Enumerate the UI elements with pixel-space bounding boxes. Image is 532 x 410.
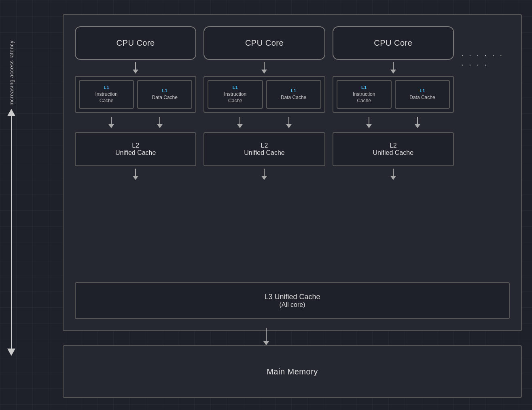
down-arrow-core3 <box>390 62 396 74</box>
l1-instruction-label-2: InstructionCache <box>224 91 246 104</box>
core-column-2: CPU Core L1 InstructionCache L1 Data Cac… <box>203 26 325 182</box>
axis-arrow <box>7 109 15 356</box>
axis-label: Increasing access latency <box>8 40 15 106</box>
core-column-3: CPU Core L1 InstructionCache L1 Data Cac… <box>333 26 454 182</box>
l1-down-arrow-2b <box>286 117 292 128</box>
axis-arrow-top-head <box>7 109 15 116</box>
down-arrow-l2-2 <box>261 169 267 180</box>
down-arrow-l2-3 <box>390 169 396 180</box>
l1-data-label-1: Data Cache <box>152 95 178 101</box>
l3-cache-box: L3 Unified Cache (All core) <box>75 282 510 319</box>
l2-box-2: L2 Unified Cache <box>203 132 325 166</box>
l1-row-2: L1 InstructionCache L1 Data Cache <box>203 76 325 113</box>
down-arrow-l2-1 <box>133 169 138 180</box>
l1-instruction-label-1: InstructionCache <box>95 91 117 104</box>
axis-arrow-line <box>11 116 12 349</box>
l1-arrows-row-2 <box>203 114 325 131</box>
l1-arrows-row-1 <box>75 114 196 131</box>
cpu-core-box-1: CPU Core <box>75 26 196 60</box>
l1-row-3: L1 InstructionCache L1 Data Cache <box>333 76 454 113</box>
l1-instruction-cache-2: L1 InstructionCache <box>208 80 263 109</box>
l1-arrows-row-3 <box>333 114 454 131</box>
l1-instruction-cache-3: L1 InstructionCache <box>337 80 392 109</box>
all-cores-wrapper: CPU Core L1 InstructionCache L1 Data Cac… <box>75 26 510 282</box>
l3-arrow-line <box>266 328 267 341</box>
l1-data-label-3: Data Cache <box>409 95 435 101</box>
main-memory-container: Main Memory <box>63 345 522 398</box>
l1-down-arrow-1a <box>108 117 114 128</box>
down-arrow-core1 <box>133 62 138 74</box>
cpu-core-box-3: CPU Core <box>333 26 454 60</box>
l1-data-cache-2: L1 Data Cache <box>266 80 321 109</box>
l1-data-cache-3: L1 Data Cache <box>395 80 450 109</box>
l3-arrow-head <box>263 341 269 345</box>
left-axis: Increasing access latency <box>7 40 15 356</box>
l1-row-1: L1 InstructionCache L1 Data Cache <box>75 76 196 113</box>
l1-down-arrow-3a <box>366 117 372 128</box>
page-wrapper: Increasing access latency CPU Core <box>0 0 532 410</box>
l2-box-1: L2 Unified Cache <box>75 132 196 166</box>
l1-data-cache-1: L1 Data Cache <box>137 80 192 109</box>
axis-arrow-bottom-head <box>7 349 15 356</box>
cpu-core-box-2: CPU Core <box>203 26 325 60</box>
l1-instruction-cache-1: L1 InstructionCache <box>79 80 134 109</box>
l1-down-arrow-3b <box>415 117 420 128</box>
core-column-1: CPU Core L1 InstructionCache L1 Data Cac… <box>75 26 196 182</box>
l2-box-3: L2 Unified Cache <box>333 132 454 166</box>
l3-to-memory-arrow <box>263 328 269 345</box>
l1-data-label-2: Data Cache <box>281 95 306 101</box>
dots-column: · · · · · · · · · · <box>461 26 510 69</box>
down-arrow-core2 <box>261 62 267 74</box>
main-chip-container: CPU Core L1 InstructionCache L1 Data Cac… <box>63 14 522 331</box>
main-memory-label: Main Memory <box>267 367 318 376</box>
l1-instruction-label-3: InstructionCache <box>353 91 375 104</box>
l1-down-arrow-1b <box>157 117 163 128</box>
l1-down-arrow-2a <box>237 117 243 128</box>
